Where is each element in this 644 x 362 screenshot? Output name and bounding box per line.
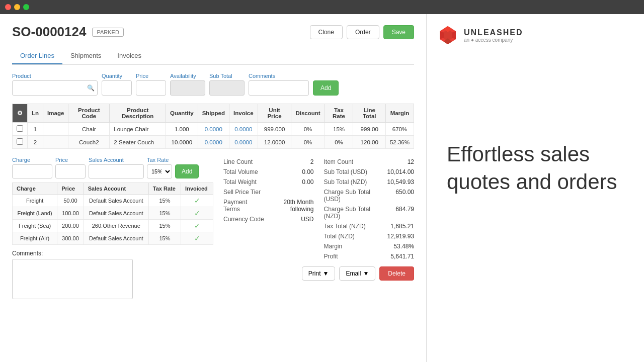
summary-item-value [274, 189, 314, 196]
row-tax-rate: 0% [325, 136, 353, 149]
charge-tax-field-group: Tax Rate 15% 0% [147, 157, 172, 178]
charge-invoiced: ✓ [181, 220, 213, 232]
summary-item-value: USD [274, 216, 314, 223]
order-button[interactable]: Order [347, 25, 379, 39]
title-bar [0, 0, 644, 14]
charge-account-label: Sales Account [89, 157, 144, 163]
row-ln: 1 [28, 123, 43, 136]
footer-buttons: Print ▼ Email ▼ Delete [223, 266, 414, 281]
gear-icon[interactable]: ⚙ [13, 104, 28, 123]
delete-button[interactable]: Delete [379, 266, 414, 281]
tab-order-lines[interactable]: Order Lines [12, 48, 62, 64]
close-dot[interactable] [5, 4, 11, 10]
summary-item: Profit5,641.71 [324, 251, 415, 261]
maximize-dot[interactable] [23, 4, 29, 10]
charge-price-label: Price [55, 157, 86, 163]
charge-name: Freight (Land) [13, 207, 57, 220]
email-button[interactable]: Email ▼ [339, 266, 375, 281]
summary-item-label: Margin [324, 243, 343, 250]
minimize-dot[interactable] [14, 4, 20, 10]
quantity-label: Quantity [102, 73, 132, 79]
charge-col-charge: Charge [13, 183, 57, 195]
row-product-desc: 2 Seater Couch [110, 136, 166, 149]
charge-price-input[interactable] [55, 164, 86, 178]
print-button[interactable]: Print ▼ [302, 266, 336, 281]
subtotal-input[interactable] [209, 80, 245, 96]
summary-item-label: Charge Sub Total (NZD) [324, 206, 374, 220]
summary-item: Tax Total (NZD)1,685.21 [324, 221, 415, 231]
charge-tax: 15% [148, 232, 181, 245]
search-icon[interactable]: 🔍 [87, 84, 95, 92]
logo-sub: an ● access company [464, 37, 523, 43]
product-field-group: Product 🔍 [12, 73, 98, 96]
summary-item: Sub Total (NZD)10,549.93 [324, 177, 415, 187]
summary-item-label: Total Volume [223, 168, 258, 175]
availability-field-group: Availability [170, 73, 205, 96]
comments-label: Comments: [12, 250, 213, 257]
subtotal-field-group: Sub Total [209, 73, 245, 96]
charge-tax-select[interactable]: 15% 0% [147, 164, 172, 178]
add-line-button[interactable]: Add [313, 80, 339, 96]
tab-invoices[interactable]: Invoices [109, 48, 149, 64]
summary-item-value: 1,685.21 [374, 223, 414, 230]
charge-account-input[interactable]: Default Sales Acc [89, 164, 144, 178]
row-checkbox[interactable] [13, 136, 28, 149]
summary-item-value: 12,919.93 [374, 233, 414, 240]
order-number: SO-0000124 [12, 24, 86, 40]
summary-right-col: Item Count12Sub Total (USD)10,014.00Sub … [324, 157, 415, 261]
summary-item-value: 650.00 [374, 189, 414, 203]
row-shipped[interactable]: 0.0000 [198, 123, 229, 136]
charge-price: 100.00 [57, 207, 84, 220]
order-title: SO-0000124 PARKED [12, 24, 124, 40]
left-panel: SO-0000124 PARKED Clone Order Save Order… [0, 14, 427, 362]
charge-price: 300.00 [57, 232, 84, 245]
availability-input[interactable] [170, 80, 205, 96]
charge-table: Charge Price Sales Account Tax Rate Invo… [12, 183, 213, 245]
row-margin: 52.36% [385, 136, 414, 149]
comments-section: Comments: [12, 250, 213, 301]
charge-col-price: Price [57, 183, 84, 195]
price-input[interactable] [136, 80, 166, 96]
col-product-desc: Product Description [110, 104, 166, 123]
summary-item-value: 0.00 [274, 168, 314, 175]
row-checkbox[interactable] [13, 123, 28, 136]
row-tax-rate: 15% [325, 123, 353, 136]
tab-shipments[interactable]: Shipments [62, 48, 109, 64]
charges-section: Charge Price Sales Account Default Sales… [12, 157, 213, 301]
row-invoice[interactable]: 0.0000 [229, 136, 258, 149]
summary-item: Total Volume0.00 [223, 167, 314, 177]
header-buttons: Clone Order Save [310, 25, 414, 39]
summary-item: Item Count12 [324, 157, 415, 167]
col-line-total: Line Total [353, 104, 386, 123]
col-ln: Ln [28, 104, 43, 123]
comments-add-input[interactable] [249, 80, 309, 96]
row-ln: 2 [28, 136, 43, 149]
charge-account-field-group: Sales Account Default Sales Acc [89, 157, 144, 178]
col-discount: Discount [291, 104, 325, 123]
product-input-wrap: 🔍 [12, 80, 98, 96]
charge-price-field-group: Price [55, 157, 86, 178]
product-input[interactable] [12, 80, 98, 96]
add-charge-button[interactable]: Add [175, 164, 199, 178]
row-shipped[interactable]: 0.0000 [198, 136, 229, 149]
row-quantity: 10.0000 [166, 136, 198, 149]
summary-item: Margin53.48% [324, 241, 415, 251]
charge-invoiced: ✓ [181, 232, 213, 245]
row-invoice[interactable]: 0.0000 [229, 123, 258, 136]
table-row: 2 Couch2 2 Seater Couch 10.0000 0.0000 0… [13, 136, 414, 149]
comments-textarea[interactable] [12, 259, 133, 299]
row-product-desc: Lounge Chair [110, 123, 166, 136]
summary-item-value: 0.00 [274, 178, 314, 186]
summary-two-col: Line Count2Total Volume0.00Total Weight0… [223, 157, 414, 261]
summary-item-label: Charge Sub Total (USD) [324, 189, 374, 203]
charge-account: Default Sales Account [84, 207, 148, 220]
charge-price: 200.00 [57, 220, 84, 232]
charge-input[interactable] [12, 164, 52, 178]
save-button[interactable]: Save [383, 25, 414, 39]
clone-button[interactable]: Clone [310, 25, 343, 39]
row-product-code: Chair [68, 123, 110, 136]
logo-name: UNLEASHED [464, 28, 523, 37]
table-row: 1 Chair Lounge Chair 1.000 0.0000 0.0000… [13, 123, 414, 136]
charge-tax-label: Tax Rate [147, 157, 172, 163]
quantity-input[interactable] [102, 80, 132, 96]
